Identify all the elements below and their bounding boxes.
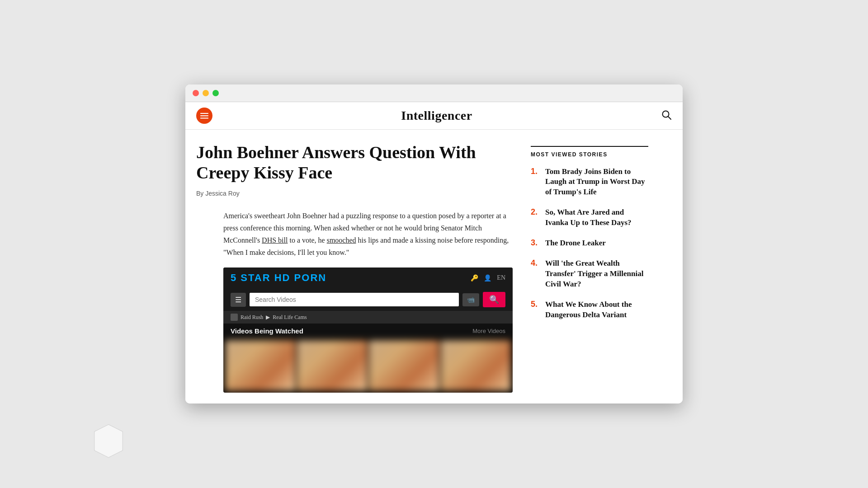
porn-cam-button[interactable]: 📹 (462, 293, 479, 306)
search-icon (661, 109, 672, 120)
breadcrumb-item2: Real Life Cams (273, 314, 307, 321)
sidebar-item-link-1[interactable]: Tom Brady Joins Biden to Laugh at Trump … (545, 167, 648, 198)
article-byline: By Jessica Roy (196, 190, 513, 197)
sidebar-item-link-4[interactable]: Will 'the Great Wealth Transfer' Trigger… (545, 258, 648, 290)
sidebar-item-number-5: 5. (531, 300, 540, 310)
site-header: Intelligencer (185, 102, 683, 130)
sidebar-item-number-3: 3. (531, 238, 540, 248)
search-button[interactable] (661, 109, 672, 122)
sidebar-section-title: Most Viewed Stories (531, 146, 648, 158)
sidebar-item-number-2: 2. (531, 207, 540, 217)
porn-search-submit[interactable]: 🔍 (483, 292, 505, 307)
porn-site-icons: 🔑 👤 EN (471, 274, 505, 282)
list-item: 4. Will 'the Great Wealth Transfer' Trig… (531, 258, 648, 290)
svg-rect-0 (200, 113, 208, 114)
sidebar-item-link-2[interactable]: So, What Are Jared and Ivanka Up to Thes… (545, 207, 648, 228)
porn-videos-header: Videos Being Watched More Videos (223, 324, 513, 338)
hamburger-icon (200, 112, 208, 120)
list-item: 5. What We Know About the Dangerous Delt… (531, 300, 648, 320)
breadcrumb-arrow: ▶ (266, 314, 270, 321)
porn-breadcrumb: Raid Rush ▶ Real Life Cams (223, 311, 513, 324)
svg-marker-5 (94, 424, 123, 457)
article-main: John Boehner Answers Question With Creep… (196, 142, 513, 393)
hex-logo (90, 423, 127, 461)
sidebar-item-link-3[interactable]: The Drone Leaker (545, 238, 606, 249)
porn-thumb-4 (441, 340, 511, 391)
sidebar-item-number-4: 4. (531, 258, 540, 268)
sidebar-item-number-1: 1. (531, 167, 540, 177)
smooched-link[interactable]: smooched (327, 236, 356, 244)
browser-window: Intelligencer John Boehner Answers Quest… (185, 84, 683, 404)
article-container: John Boehner Answers Question With Creep… (185, 130, 683, 404)
porn-search-bar: ☰ 📹 🔍 (223, 288, 513, 311)
list-item: 1. Tom Brady Joins Biden to Laugh at Tru… (531, 167, 648, 198)
breadcrumb-icon (231, 314, 238, 321)
maximize-button[interactable] (212, 90, 219, 96)
sidebar: Most Viewed Stories 1. Tom Brady Joins B… (531, 142, 648, 393)
porn-more-videos-link[interactable]: More Videos (472, 328, 505, 334)
list-item: 2. So, What Are Jared and Ivanka Up to T… (531, 207, 648, 228)
dhs-bill-link[interactable]: DHS bill (262, 236, 288, 244)
site-logo: Intelligencer (401, 108, 472, 123)
article-title: John Boehner Answers Question With Creep… (196, 142, 513, 183)
menu-button[interactable] (196, 108, 212, 124)
porn-site-logo: 5 STAR HD PORN (231, 272, 326, 284)
porn-videos-title: Videos Being Watched (231, 327, 303, 335)
article-body: America's sweetheart John Boehner had a … (196, 210, 513, 259)
browser-chrome (185, 84, 683, 102)
minimize-button[interactable] (203, 90, 209, 96)
svg-rect-2 (200, 117, 208, 118)
list-item: 3. The Drone Leaker (531, 238, 648, 249)
porn-hamburger-button[interactable]: ☰ (231, 293, 246, 307)
close-button[interactable] (193, 90, 199, 96)
porn-search-input[interactable] (250, 293, 459, 306)
porn-thumb-2 (297, 340, 367, 391)
sidebar-item-link-5[interactable]: What We Know About the Dangerous Delta V… (545, 300, 648, 320)
traffic-lights (193, 90, 219, 96)
porn-site-header: 5 STAR HD PORN 🔑 👤 EN (223, 267, 513, 288)
svg-rect-1 (200, 115, 208, 116)
svg-line-4 (668, 117, 671, 119)
user-icon: 👤 (484, 274, 491, 282)
key-icon: 🔑 (471, 274, 478, 282)
site-content: Intelligencer John Boehner Answers Quest… (185, 102, 683, 404)
porn-thumb-1 (225, 340, 295, 391)
porn-thumbnails (223, 338, 513, 393)
hex-icon (90, 423, 127, 459)
porn-thumb-3 (369, 340, 439, 391)
breadcrumb-item1: Raid Rush (241, 314, 263, 321)
sidebar-list: 1. Tom Brady Joins Biden to Laugh at Tru… (531, 167, 648, 320)
article-image: 5 STAR HD PORN 🔑 👤 EN ☰ 📹 🔍 (223, 267, 513, 393)
lang-label: EN (497, 274, 505, 282)
